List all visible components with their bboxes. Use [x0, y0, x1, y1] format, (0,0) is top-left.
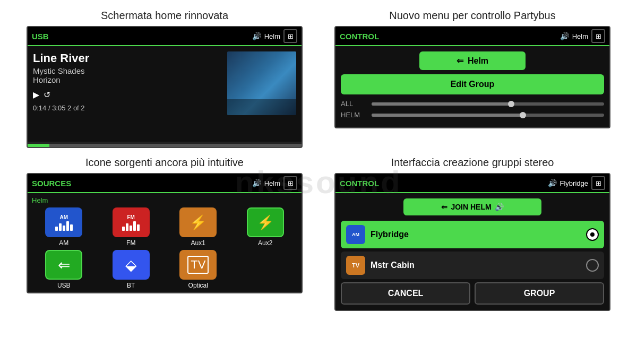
am-label-inner: AM [59, 214, 68, 220]
ctrl-zone-label: Helm [572, 32, 588, 40]
progress-bar[interactable] [28, 144, 302, 147]
fb-topbar: CONTROL 🔊 Flybridge ⊞ [335, 174, 609, 192]
usb-label: USB [57, 282, 71, 289]
usb-icon: ⇐ [457, 56, 463, 66]
fb-zone-label: Flybridge [560, 179, 588, 187]
zone-row-flybridge[interactable]: AM Flybridge [341, 221, 604, 248]
usb-source-label: USB [32, 32, 49, 41]
screen-control: CONTROL 🔊 Helm ⊞ ⇐ Helm Edit Group ALL [334, 26, 610, 128]
slider-all-thumb[interactable] [508, 101, 514, 107]
aux2-plug-icon: ⚡ [257, 214, 274, 231]
src-right-group: 🔊 Helm ⊞ [252, 176, 297, 190]
usb-speaker-icon: 🔊 [252, 32, 261, 40]
group-button[interactable]: GROUP [475, 282, 604, 305]
zone-row-mstr-cabin[interactable]: TV Mstr Cabin [341, 252, 604, 279]
bt-label: BT [127, 282, 135, 289]
slider-row-all: ALL [341, 100, 604, 108]
sources-grid: AM AM [32, 207, 297, 289]
aux2-icon-inner: ⚡ [257, 214, 274, 231]
cancel-button[interactable]: CANCEL [341, 282, 470, 305]
source-item-aux2[interactable]: ⚡ Aux2 [234, 207, 298, 247]
slider-helm-label: HELM [341, 111, 367, 119]
section3-title: Icone sorgenti ancora più intuitive [85, 157, 244, 169]
repeat-icon[interactable]: ↺ [44, 90, 50, 100]
join-helm-button[interactable]: ⇐ JOIN HELM 🔊 [403, 198, 541, 215]
fb-source-label: CONTROL [340, 179, 379, 188]
bt-icon-box[interactable]: ⬙ [113, 250, 150, 280]
usb-icon-box[interactable]: ⇐ [45, 250, 82, 280]
album: Horizon [33, 75, 222, 84]
ctrl-topbar: CONTROL 🔊 Helm ⊞ [335, 27, 609, 45]
am-icon-inner: AM [55, 214, 73, 231]
aux1-icon-box[interactable]: ⚡ [179, 207, 217, 237]
aux2-icon-box[interactable]: ⚡ [247, 207, 284, 237]
usb-icon-inner: ⇐ [58, 256, 70, 274]
fm-label: FM [126, 239, 135, 247]
slider-helm-thumb[interactable] [520, 112, 526, 118]
fm-icon-box[interactable]: FM [113, 207, 150, 237]
source-item-usb[interactable]: ⇐ USB [32, 250, 96, 289]
slider-helm-fill [372, 114, 523, 117]
track-info: Line River Mystic Shades Horizon ▶ ↺ 0:1… [33, 51, 222, 136]
slider-all-track[interactable] [372, 102, 604, 106]
src-speaker-icon: 🔊 [252, 179, 261, 187]
fm-bars [122, 220, 140, 231]
aux1-icon-inner: ⚡ [190, 214, 206, 231]
fb-speaker-icon: 🔊 [548, 179, 557, 187]
slider-row-helm: HELM [341, 111, 604, 119]
am-label: AM [59, 239, 68, 247]
fb-right-group: 🔊 Flybridge ⊞ [548, 176, 605, 190]
time-info: 0:14 / 3:05 2 of 2 [33, 104, 222, 112]
aux1-plug-icon: ⚡ [190, 214, 206, 231]
mstr-zone-name: Mstr Cabin [371, 261, 581, 270]
section1-title: Schermata home rinnovata [101, 10, 228, 22]
ctrl-home-icon[interactable]: ⊞ [591, 29, 605, 43]
am-icon-box[interactable]: AM [45, 207, 82, 237]
usb-zone-label: Helm [264, 32, 280, 40]
source-item-fm[interactable]: FM FM [99, 207, 163, 247]
source-item-bt[interactable]: ⬙ BT [99, 250, 163, 289]
source-item-am[interactable]: AM AM [32, 207, 96, 247]
edit-group-button[interactable]: Edit Group [341, 74, 604, 94]
aux2-label: Aux2 [258, 239, 272, 247]
section-stereo: Interfaccia creazione gruppi stereo CONT… [318, 152, 626, 315]
slider-all-fill [372, 102, 511, 106]
section2-title: Nuovo menu per controllo Partybus [389, 10, 556, 22]
slider-all-label: ALL [341, 100, 367, 108]
bt-icon: ⬙ [125, 256, 137, 274]
screen-usb: USB 🔊 Helm ⊞ Line River Mystic Shades Ho… [27, 26, 303, 148]
mstr-icon-box: TV [346, 256, 365, 275]
join-speaker-icon: 🔊 [495, 203, 504, 211]
source-item-aux1[interactable]: ⚡ Aux1 [166, 207, 230, 247]
src-topbar: SOURCES 🔊 Helm ⊞ [28, 174, 302, 192]
source-item-optical[interactable]: TV Optical [166, 250, 230, 289]
screen-flybridge: CONTROL 🔊 Flybridge ⊞ ⇐ JOIN HELM 🔊 [334, 173, 610, 311]
play-icon[interactable]: ▶ [33, 90, 39, 100]
slider-helm-track[interactable] [372, 114, 604, 117]
section-home: Schermata home rinnovata USB 🔊 Helm ⊞ Li… [11, 5, 318, 152]
flybridge-zone-name: Flybridge [371, 230, 581, 239]
ctrl-source-label: CONTROL [340, 32, 379, 41]
helm-button[interactable]: ⇐ Helm [419, 51, 526, 70]
src-home-icon[interactable]: ⊞ [283, 176, 297, 190]
usb-home-icon[interactable]: ⊞ [283, 29, 297, 43]
ctrl-right-group: 🔊 Helm ⊞ [560, 29, 605, 43]
playback-controls[interactable]: ▶ ↺ [33, 90, 222, 100]
ctrl-speaker-icon: 🔊 [560, 32, 569, 40]
section-control: Nuovo menu per controllo Partybus CONTRO… [318, 5, 626, 152]
usb-topbar: USB 🔊 Helm ⊞ [28, 27, 302, 45]
flybridge-icon-box: AM [346, 225, 365, 244]
mstr-radio[interactable] [586, 259, 599, 272]
usb-content: Line River Mystic Shades Horizon ▶ ↺ 0:1… [28, 46, 302, 142]
screen-sources: SOURCES 🔊 Helm ⊞ Helm AM [27, 173, 303, 293]
flybridge-radio[interactable] [586, 228, 599, 241]
fb-home-icon[interactable]: ⊞ [591, 176, 605, 190]
join-helm-label: JOIN HELM [451, 203, 491, 211]
am-bars [55, 220, 73, 231]
optical-icon-box[interactable]: TV [179, 250, 217, 280]
flybridge-icon-label: AM [352, 232, 359, 237]
optical-icon-inner: TV [187, 256, 209, 274]
src-content: Helm AM [28, 193, 302, 292]
album-art [227, 51, 296, 115]
helm-label: Helm [468, 56, 488, 66]
